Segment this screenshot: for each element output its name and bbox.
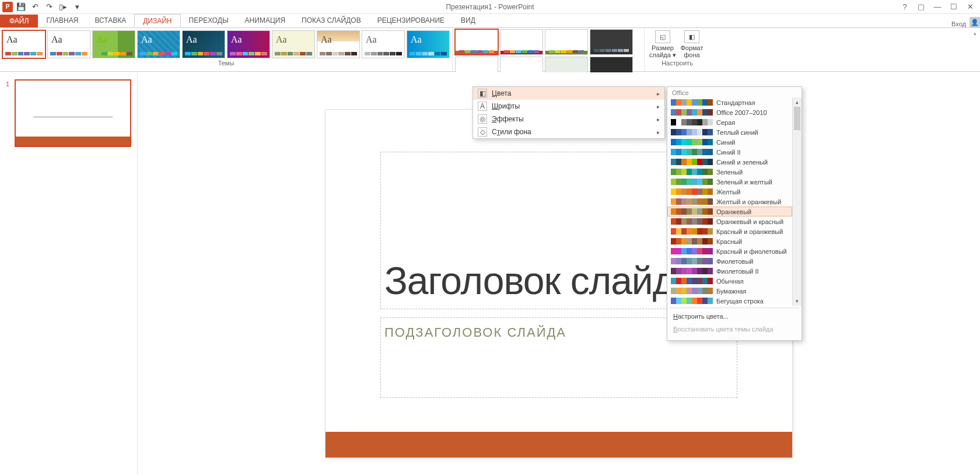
color-scheme-9[interactable]: Желтый (667, 187, 792, 197)
color-scheme-19[interactable]: Бумажная (667, 286, 792, 296)
tab-вставка[interactable]: ВСТАВКА (86, 14, 134, 27)
menu-icon: ◧ (478, 89, 487, 98)
color-scheme-0[interactable]: Стандартная (667, 97, 792, 107)
slide-size-button[interactable]: ◱ Размер слайда ▾ (649, 29, 676, 58)
color-scheme-10[interactable]: Желтый и оранжевый (667, 197, 792, 207)
chevron-right-icon: ▸ (657, 103, 660, 110)
slide-thumbnail-1[interactable] (15, 79, 131, 147)
variants-menu-Шрифты[interactable]: AШрифты▸ (473, 100, 664, 113)
slide-number: 1 (6, 81, 9, 88)
slide-footer-bar (326, 432, 792, 457)
tab-рецензирование[interactable]: РЕЦЕНЗИРОВАНИЕ (369, 14, 453, 27)
slides-panel[interactable]: 1 (0, 72, 138, 475)
color-scheme-14[interactable]: Красный (667, 236, 792, 246)
tab-анимация[interactable]: АНИМАЦИЯ (237, 14, 293, 27)
close-button[interactable]: ✕ (963, 1, 978, 13)
qat-redo[interactable]: ↷ (43, 1, 55, 13)
color-scheme-11[interactable]: Оранжевый (667, 207, 792, 216)
color-scheme-1[interactable]: Office 2007–2010 (667, 107, 792, 117)
theme-thumb-2[interactable]: Aa (92, 30, 135, 58)
variants-group (452, 28, 644, 71)
themes-group-label: Темы (2, 60, 450, 67)
colors-submenu: Office СтандартнаяOffice 2007–2010СераяТ… (667, 86, 802, 341)
theme-thumb-8[interactable]: Aa (362, 30, 405, 58)
color-scheme-4[interactable]: Синий (667, 137, 792, 147)
menu-icon: A (478, 102, 487, 111)
variants-menu-Эффекты[interactable]: ◎Эффекты▸ (473, 113, 664, 125)
slide-size-icon: ◱ (655, 30, 670, 43)
menu-icon: ◎ (478, 114, 487, 124)
chevron-right-icon: ▸ (657, 129, 660, 135)
customize-group: ◱ Размер слайда ▾ ◧ Формат фона Настроит… (644, 28, 710, 71)
theme-thumb-3[interactable]: Aa (137, 30, 180, 58)
variants-menu-Стили фона[interactable]: ◇Стили фона▸ (473, 125, 664, 138)
qat-undo[interactable]: ↶ (29, 1, 41, 13)
color-scheme-12[interactable]: Оранжевый и красный (667, 216, 792, 226)
color-scheme-5[interactable]: Синий II (667, 147, 792, 157)
theme-thumb-0[interactable]: Aa (2, 30, 46, 58)
format-background-button[interactable]: ◧ Формат фона (678, 29, 705, 58)
color-scheme-15[interactable]: Красный и фиолетовый (667, 246, 792, 256)
colors-scrollbar[interactable]: ▴ ▾ (792, 97, 802, 306)
color-scheme-7[interactable]: Зеленый (667, 167, 792, 177)
color-scheme-3[interactable]: Теплый синий (667, 127, 792, 137)
qat-customize[interactable]: ▾ (71, 1, 83, 13)
theme-thumb-5[interactable]: Aa (227, 30, 270, 58)
format-background-icon: ◧ (684, 30, 699, 43)
tab-file[interactable]: ФАЙЛ (0, 15, 38, 27)
customize-group-label: Настроить (649, 60, 705, 67)
subtitle-text: Подзаголовок слайда (384, 325, 566, 340)
color-scheme-6[interactable]: Синий и зеленый (667, 157, 792, 167)
theme-thumb-6[interactable]: Aa (272, 30, 315, 58)
minimize-button[interactable]: — (930, 1, 945, 13)
tab-вид[interactable]: ВИД (453, 14, 484, 27)
theme-thumb-1[interactable]: Aa (47, 30, 90, 58)
ribbon: AaAaAaAaAaAaAaAaAaAa Темы ◱ Размер слайд… (0, 27, 980, 72)
variants-flyout-menu: ◧Цвета▸AШрифты▸◎Эффекты▸◇Стили фона▸ (473, 86, 665, 139)
color-scheme-20[interactable]: Бегущая строка (667, 296, 792, 306)
qat-from-beginning[interactable]: ▯▸ (57, 1, 69, 13)
variant-thumb-0[interactable] (455, 29, 498, 55)
variant-thumb-1[interactable] (500, 29, 543, 55)
reset-colors-command: Восстановить цвета темы слайда (667, 323, 802, 336)
avatar[interactable]: 👤 (970, 17, 980, 27)
title-bar: P 💾 ↶ ↷ ▯▸ ▾ Презентация1 - PowerPoint ?… (0, 0, 980, 14)
scroll-thumb[interactable] (794, 107, 800, 130)
chevron-right-icon: ▸ (657, 116, 660, 123)
chevron-right-icon: ▸ (657, 90, 660, 97)
tab-переходы[interactable]: ПЕРЕХОДЫ (181, 14, 237, 27)
tab-дизайн[interactable]: ДИЗАЙН (134, 14, 180, 27)
scroll-up-icon[interactable]: ▴ (793, 97, 802, 107)
scroll-down-icon[interactable]: ▾ (793, 296, 802, 306)
qat-save[interactable]: 💾 (15, 1, 27, 13)
tab-показ слайдов[interactable]: ПОКАЗ СЛАЙДОВ (293, 14, 369, 27)
menu-icon: ◇ (478, 127, 487, 137)
ribbon-display-options[interactable]: ▢ (914, 1, 929, 13)
maximize-button[interactable]: ☐ (946, 1, 961, 13)
sign-in[interactable]: Вход (951, 20, 966, 27)
resize-grip[interactable]: ···· (667, 336, 802, 340)
theme-thumb-7[interactable]: Aa (317, 30, 360, 58)
color-scheme-13[interactable]: Красный и оранжевый (667, 226, 792, 236)
variant-thumb-2[interactable] (545, 29, 588, 55)
title-text: Заголовок слайда (384, 259, 695, 303)
color-scheme-2[interactable]: Серая (667, 117, 792, 127)
color-scheme-16[interactable]: Фиолетовый (667, 256, 792, 266)
app-icon: P (2, 2, 13, 12)
colors-header: Office (667, 87, 802, 97)
theme-thumb-4[interactable]: Aa (182, 30, 225, 58)
customize-colors-command[interactable]: Настроить цвета... (667, 310, 802, 323)
variants-menu-Цвета[interactable]: ◧Цвета▸ (473, 87, 664, 100)
ribbon-tabs: ФАЙЛ ГЛАВНАЯВСТАВКАДИЗАЙНПЕРЕХОДЫАНИМАЦИ… (0, 14, 980, 27)
window-controls: ? ▢ — ☐ ✕ (897, 1, 980, 13)
themes-group: AaAaAaAaAaAaAaAaAaAa Темы (0, 28, 452, 71)
color-scheme-8[interactable]: Зеленый и желтый (667, 177, 792, 187)
quick-access-toolbar: P 💾 ↶ ↷ ▯▸ ▾ (0, 1, 83, 13)
theme-thumb-9[interactable]: Aa (407, 30, 450, 58)
color-scheme-17[interactable]: Фиолетовый II (667, 266, 792, 276)
color-scheme-18[interactable]: Обычная (667, 276, 792, 286)
variant-thumb-3[interactable] (590, 29, 633, 55)
tab-главная[interactable]: ГЛАВНАЯ (38, 14, 86, 27)
help-icon[interactable]: ? (897, 1, 912, 13)
window-title: Презентация1 - PowerPoint (446, 3, 534, 11)
